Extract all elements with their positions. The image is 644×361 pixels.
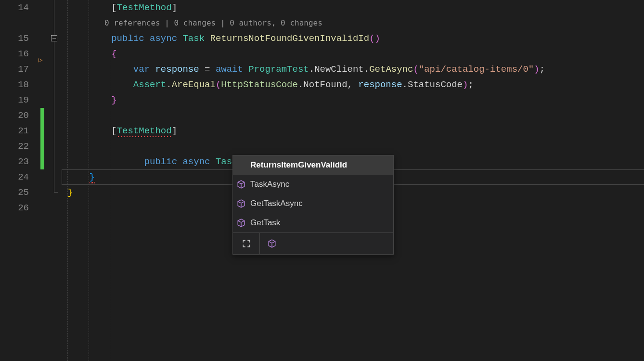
intellisense-item-selected[interactable]: ReturnsItemGivenValidId bbox=[233, 155, 393, 175]
code-line[interactable]: } bbox=[67, 92, 644, 108]
line-number: 26 bbox=[0, 200, 29, 216]
intellisense-item[interactable]: GetTask bbox=[233, 213, 393, 232]
intellisense-label: GetTaskAsync bbox=[250, 199, 303, 208]
intellisense-popup[interactable]: ReturnsItemGivenValidId TaskAsync GetTas… bbox=[232, 155, 394, 255]
method-icon bbox=[268, 239, 276, 248]
code-line[interactable]: var response = await ProgramTest.NewClie… bbox=[67, 62, 644, 77]
line-number: 16 bbox=[0, 46, 29, 62]
intellisense-filter-button[interactable] bbox=[260, 233, 393, 254]
line-number: 21 bbox=[0, 123, 29, 139]
code-line[interactable]: { bbox=[67, 46, 644, 62]
line-number: 25 bbox=[0, 185, 29, 200]
fold-toggle-icon[interactable] bbox=[51, 35, 57, 41]
codelens[interactable]: 0 references | 0 changes | 0 authors, 0 … bbox=[67, 15, 644, 31]
method-icon bbox=[237, 219, 245, 227]
line-number-gutter: 14 15 16 17 18 19 20 21 22 23 24 25 26 bbox=[0, 0, 36, 361]
code-line-current[interactable]: public async Task ReturnsItemGivenValidI… bbox=[67, 139, 644, 154]
method-icon bbox=[237, 180, 245, 189]
intellisense-label: TaskAsync bbox=[250, 180, 289, 189]
code-line[interactable]: Assert.AreEqual(HttpStatusCode.NotFound,… bbox=[67, 77, 644, 92]
intellisense-item[interactable]: TaskAsync bbox=[233, 175, 393, 194]
breakpoint-arrow-icon[interactable]: ▷ bbox=[39, 56, 42, 64]
code-line[interactable]: [TestMethod] bbox=[67, 123, 644, 139]
change-indicator-added bbox=[40, 108, 44, 169]
intellisense-item[interactable]: GetTaskAsync bbox=[233, 194, 393, 213]
intellisense-label: ReturnsItemGivenValidId bbox=[250, 160, 347, 170]
line-number: 22 bbox=[0, 139, 29, 154]
code-line[interactable] bbox=[67, 108, 644, 123]
line-number: 20 bbox=[0, 108, 29, 123]
line-number: 19 bbox=[0, 92, 29, 108]
code-line[interactable]: [TestMethod] bbox=[67, 0, 644, 15]
intellisense-footer bbox=[233, 232, 393, 254]
fold-end-icon bbox=[54, 192, 58, 193]
code-line[interactable]: public async Task ReturnsNotFoundGivenIn… bbox=[67, 31, 644, 46]
intellisense-label: GetTask bbox=[250, 218, 280, 228]
folding-margin[interactable] bbox=[50, 0, 62, 361]
intellisense-expand-button[interactable] bbox=[233, 233, 260, 254]
line-number: 18 bbox=[0, 77, 29, 92]
line-number: 23 bbox=[0, 154, 29, 169]
line-number: 24 bbox=[0, 169, 29, 185]
glyph-margin[interactable]: ▷ bbox=[36, 0, 50, 361]
line-number: 17 bbox=[0, 62, 29, 77]
line-number: 15 bbox=[0, 31, 29, 46]
fold-guide-line bbox=[54, 0, 54, 193]
line-number: 14 bbox=[0, 0, 29, 15]
method-icon bbox=[237, 199, 245, 208]
